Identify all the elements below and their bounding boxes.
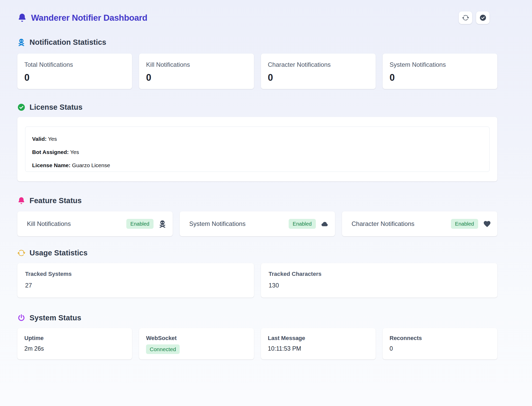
usage-card-systems: Tracked Systems 27 [17,263,254,298]
feature-card-character: Character Notifications Enabled [342,211,497,236]
status-badge: Enabled [289,219,316,229]
system-card-last-message: Last Message 10:11:53 PM [261,328,376,359]
stat-value: 0 [24,72,125,83]
top-bar: Wanderer Notifier Dashboard [17,0,497,24]
stat-label: Kill Notifications [146,61,247,68]
notification-stats-grid: Total Notifications 0 Kill Notifications… [17,54,497,89]
power-icon [17,314,25,322]
bell-icon [17,197,25,205]
license-field-label: License Name: [32,162,70,168]
section-title: Notification Statistics [30,38,106,47]
system-label: Last Message [268,335,369,342]
stat-label: System Notifications [390,61,490,68]
system-value: 2m 26s [24,345,125,352]
refresh-icon [17,249,25,257]
usage-label: Tracked Systems [25,271,246,277]
license-status-heading: License Status [17,103,497,112]
license-field-value: Yes [48,136,57,142]
section-title: Feature Status [30,196,82,205]
system-card-websocket: WebSocket Connected [139,328,254,359]
license-card: Valid: Yes Bot Assigned: Yes License Nam… [17,117,497,181]
stat-value: 0 [390,72,490,83]
usage-value: 130 [269,282,490,289]
license-details: Valid: Yes Bot Assigned: Yes License Nam… [25,127,490,172]
usage-label: Tracked Characters [269,271,490,277]
refresh-button[interactable] [459,11,472,24]
stat-value: 0 [268,72,369,83]
stat-card-character: Character Notifications 0 [261,54,376,89]
system-status-grid: Uptime 2m 26s WebSocket Connected Last M… [17,328,497,359]
feature-status-grid: Kill Notifications Enabled System Notifi… [17,211,497,236]
license-field-label: Valid: [32,136,47,142]
feature-card-system: System Notifications Enabled [180,211,335,236]
refresh-icon [462,14,469,21]
stat-card-kill: Kill Notifications 0 [139,54,254,89]
feature-label: Kill Notifications [27,220,126,227]
license-bot-line: Bot Assigned: Yes [32,149,483,155]
section-title: License Status [30,103,83,112]
cloud-icon [321,220,329,228]
notification-stats-heading: Notification Statistics [17,38,497,47]
license-field-label: Bot Assigned: [32,149,69,155]
usage-stats-heading: Usage Statistics [17,249,497,257]
system-value: 10:11:53 PM [268,345,369,352]
section-title: Usage Statistics [30,249,88,257]
stat-label: Total Notifications [24,61,125,68]
feature-label: System Notifications [189,220,289,227]
system-value: 0 [390,345,490,352]
system-label: Reconnects [390,335,490,342]
license-valid-line: Valid: Yes [32,136,483,142]
license-name-line: License Name: Guarzo License [32,162,483,168]
feature-label: Character Notifications [352,220,451,227]
stat-value: 0 [146,72,247,83]
skull-crossbones-icon [17,38,25,46]
status-badge: Enabled [451,219,478,229]
system-status-heading: System Status [17,314,497,322]
status-badge: Enabled [126,219,154,229]
bell-icon [17,13,27,23]
connection-badge: Connected [146,344,180,354]
heart-icon [483,220,491,228]
section-title: System Status [30,314,81,322]
usage-stats-grid: Tracked Systems 27 Tracked Characters 13… [17,263,497,298]
license-field-value: Guarzo License [72,162,110,168]
usage-card-characters: Tracked Characters 130 [261,263,498,298]
usage-value: 27 [25,282,246,289]
system-card-uptime: Uptime 2m 26s [17,328,132,359]
check-circle-icon [479,14,486,21]
license-field-value: Yes [70,149,79,155]
stat-card-total: Total Notifications 0 [17,54,132,89]
title-group: Wanderer Notifier Dashboard [17,13,147,23]
page-title: Wanderer Notifier Dashboard [31,13,147,23]
system-card-reconnects: Reconnects 0 [383,328,497,359]
system-label: WebSocket [146,335,247,342]
dashboard: Wanderer Notifier Dashboard Notification… [0,0,497,359]
stat-card-system: System Notifications 0 [383,54,497,89]
status-button[interactable] [476,11,490,24]
skull-crossbones-icon [158,220,166,228]
system-label: Uptime [24,335,125,342]
check-circle-icon [17,103,25,111]
feature-status-heading: Feature Status [17,196,497,205]
topbar-actions [459,11,490,24]
stat-label: Character Notifications [268,61,369,68]
feature-card-kill: Kill Notifications Enabled [17,211,173,236]
